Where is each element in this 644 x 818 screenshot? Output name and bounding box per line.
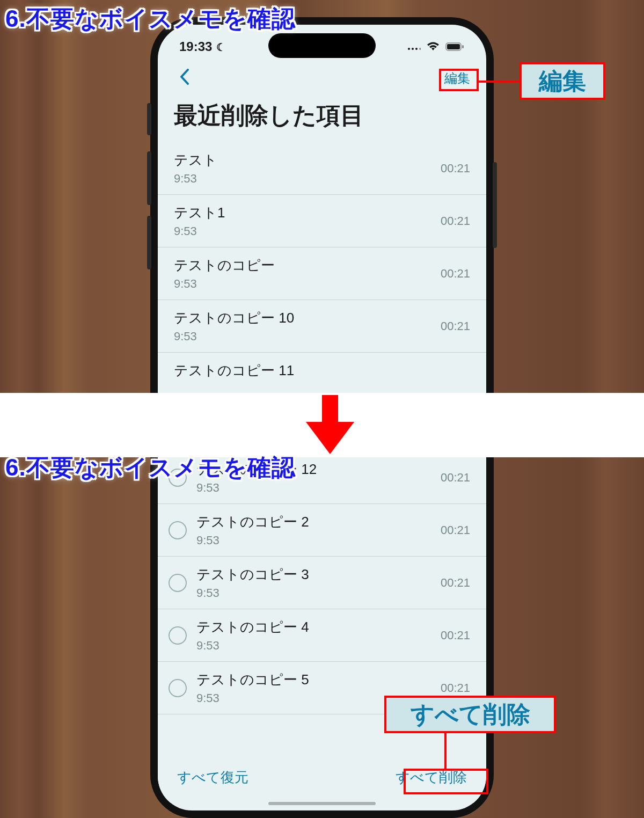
memo-title: テストのコピー 4 (196, 618, 441, 637)
memo-title: テストのコピー 11 (174, 361, 470, 380)
memo-duration: 00:21 (441, 681, 470, 695)
arrow-down-icon (306, 395, 354, 456)
memo-title: テストのコピー (174, 256, 441, 275)
memo-title: テスト (174, 151, 441, 170)
home-indicator-icon (268, 802, 376, 805)
power-button-icon (493, 162, 497, 248)
svg-point-3 (419, 48, 421, 50)
list-item[interactable]: テストのコピー 3 9:53 00:21 (158, 557, 486, 609)
back-button[interactable] (174, 67, 195, 90)
memo-duration: 00:21 (441, 319, 470, 333)
list-item[interactable]: テストのコピー 4 9:53 00:21 (158, 609, 486, 662)
memo-duration: 00:21 (441, 523, 470, 537)
page-title: 最近削除した項目 (158, 94, 486, 142)
battery-icon (445, 42, 465, 52)
memo-duration: 00:21 (441, 214, 470, 228)
memo-title: テストのコピー 5 (196, 670, 441, 689)
list-item[interactable]: テスト1 9:53 00:21 (158, 195, 486, 247)
memo-duration: 00:21 (441, 267, 470, 281)
selection-radio-icon[interactable] (169, 679, 187, 697)
memo-time: 9:53 (196, 534, 441, 547)
svg-rect-6 (462, 45, 464, 48)
step-title-bottom: 6.不要なボイスメモを確認 (5, 452, 296, 484)
side-button-icon (147, 103, 151, 135)
screen-top: 19:33 編集 最近削除した項目 (158, 25, 486, 401)
memo-duration: 00:21 (441, 471, 470, 485)
callout-highlight-delete-all (404, 769, 488, 794)
svg-point-2 (415, 48, 418, 50)
volume-down-button-icon (147, 216, 151, 269)
memo-time: 9:53 (174, 172, 441, 186)
callout-label-edit: 編集 (519, 62, 605, 100)
list-item[interactable]: テストのコピー 2 9:53 00:21 (158, 504, 486, 557)
memo-title: テスト1 (174, 203, 441, 222)
chevron-left-icon (179, 69, 190, 85)
selection-radio-icon[interactable] (169, 626, 187, 645)
svg-point-0 (408, 48, 410, 50)
memo-time: 9:53 (174, 224, 441, 238)
wifi-icon (426, 41, 440, 52)
list-item[interactable]: テスト 9:53 00:21 (158, 142, 486, 195)
step-title-top: 6.不要なボイスメモを確認 (5, 3, 296, 35)
memo-duration: 00:21 (441, 576, 470, 590)
list-item[interactable]: テストのコピー 9:53 00:21 (158, 247, 486, 300)
list-item[interactable]: テストのコピー 11 (158, 353, 486, 384)
navigation-bar: 編集 (158, 62, 486, 94)
memo-duration: 00:21 (441, 162, 470, 176)
memo-title: テストのコピー 10 (174, 309, 441, 327)
volume-up-button-icon (147, 151, 151, 205)
memo-time: 9:53 (196, 639, 441, 653)
memo-list-top: テスト 9:53 00:21 テスト1 9:53 00:21 テストのコピー 9… (158, 142, 486, 384)
memo-duration: 00:21 (441, 629, 470, 642)
svg-rect-5 (447, 44, 460, 49)
status-time: 19:33 (179, 39, 212, 54)
callout-label-delete-all: すべて削除 (384, 696, 556, 733)
list-item[interactable]: テストのコピー 10 9:53 00:21 (158, 300, 486, 353)
cellular-icon (407, 39, 421, 54)
memo-time: 9:53 (174, 277, 441, 291)
callout-connector-line (479, 81, 519, 83)
selection-radio-icon[interactable] (169, 521, 187, 539)
memo-title: テストのコピー 2 (196, 513, 441, 531)
memo-time: 9:53 (196, 586, 441, 600)
do-not-disturb-icon (216, 39, 226, 54)
memo-title: テストのコピー 3 (196, 565, 441, 584)
selection-radio-icon[interactable] (169, 574, 187, 592)
svg-point-1 (412, 48, 414, 50)
dynamic-island-icon (268, 33, 376, 58)
callout-connector-line (444, 733, 447, 769)
memo-time: 9:53 (174, 330, 441, 344)
restore-all-button[interactable]: すべて復元 (177, 768, 248, 787)
callout-highlight-edit (439, 69, 479, 91)
